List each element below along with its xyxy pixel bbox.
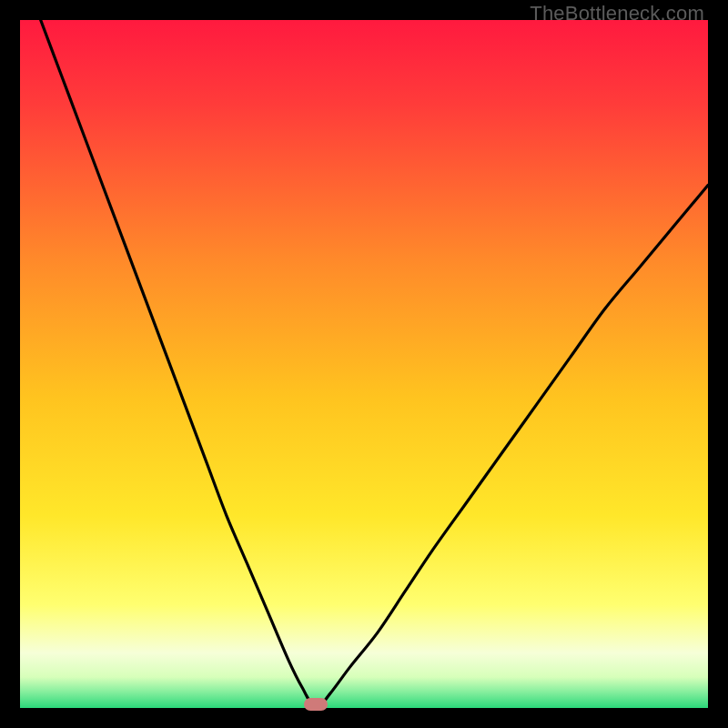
gradient-background (20, 20, 708, 708)
chart-frame (20, 20, 708, 708)
optimal-point-marker (304, 698, 328, 711)
bottleneck-chart (20, 20, 708, 708)
watermark-text: TheBottleneck.com (530, 2, 704, 25)
